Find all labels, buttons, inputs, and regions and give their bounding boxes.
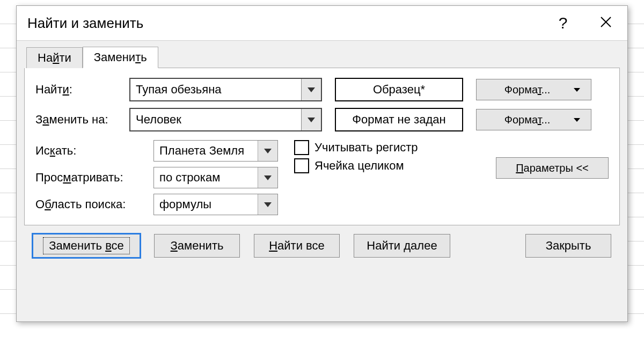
chevron-down-icon xyxy=(264,175,272,180)
match-case-label: Учитывать регистр xyxy=(314,141,418,155)
look-by-select[interactable]: по строкам xyxy=(153,167,278,188)
find-what-input[interactable]: Тупая обезьяна xyxy=(129,78,322,101)
replace-all-label: Заменить все xyxy=(43,237,130,254)
help-button[interactable]: ? xyxy=(541,6,584,40)
checkbox-icon xyxy=(294,140,309,155)
replace-button[interactable]: Заменить xyxy=(154,234,240,258)
help-icon: ? xyxy=(559,14,568,32)
look-by-label: Просматривать: xyxy=(35,171,153,185)
replace-with-dropdown[interactable] xyxy=(301,109,321,130)
search-in-label: Искать: xyxy=(35,144,153,158)
dialog-title: Найти и заменить xyxy=(27,15,143,32)
search-in-dropdown[interactable] xyxy=(258,141,277,161)
look-by-dropdown[interactable] xyxy=(258,167,277,188)
find-what-dropdown[interactable] xyxy=(301,79,321,100)
find-next-button[interactable]: Найти далее xyxy=(354,234,450,258)
options-toggle-label: Параметры << xyxy=(516,162,589,174)
replace-with-value: Человек xyxy=(130,109,301,130)
find-what-value: Тупая обезьяна xyxy=(130,79,301,100)
find-all-button[interactable]: Найти все xyxy=(254,234,340,258)
titlebar: Найти и заменить ? xyxy=(17,6,627,41)
look-in-dropdown[interactable] xyxy=(258,194,277,215)
find-all-label: Найти все xyxy=(269,239,325,253)
replace-button-label: Заменить xyxy=(171,239,224,253)
close-button[interactable] xyxy=(584,6,627,40)
match-case-checkbox[interactable]: Учитывать регистр xyxy=(294,140,609,155)
tab-find[interactable]: Найти xyxy=(26,47,83,68)
find-format-split[interactable] xyxy=(570,79,583,100)
replace-format-split[interactable] xyxy=(570,109,583,130)
tab-replace-label: Заменить xyxy=(94,50,147,64)
chevron-down-icon xyxy=(264,202,272,207)
find-format-button[interactable]: Формат... xyxy=(476,79,591,100)
tab-panel: Найти: Тупая обезьяна Образец* Формат...… xyxy=(24,68,620,225)
whole-cell-label: Ячейка целиком xyxy=(314,159,404,173)
close-dialog-button[interactable]: Закрыть xyxy=(525,234,611,258)
look-in-select[interactable]: формулы xyxy=(153,194,278,215)
search-in-select[interactable]: Планета Земля xyxy=(153,140,278,162)
caret-down-icon xyxy=(574,88,580,92)
replace-format-button-label: Формат... xyxy=(484,114,570,126)
options-toggle-button[interactable]: Параметры << xyxy=(496,157,609,179)
replace-format-button[interactable]: Формат... xyxy=(476,109,591,130)
replace-all-button[interactable]: Заменить все xyxy=(33,234,140,258)
caret-down-icon xyxy=(574,118,580,122)
tab-find-label: Найти xyxy=(38,51,71,64)
tab-replace[interactable]: Заменить xyxy=(83,47,158,68)
close-dialog-label: Закрыть xyxy=(546,239,591,253)
close-icon xyxy=(599,14,612,32)
chevron-down-icon xyxy=(264,149,272,153)
checkbox-icon xyxy=(294,158,309,173)
replace-with-input[interactable]: Человек xyxy=(129,108,322,131)
chevron-down-icon xyxy=(308,87,315,92)
dialog-footer: Заменить все Заменить Найти все Найти да… xyxy=(24,225,620,258)
look-by-value: по строкам xyxy=(154,167,258,188)
tab-row: Найти Заменить xyxy=(26,44,620,68)
find-format-preview: Образец* xyxy=(335,78,463,101)
replace-with-label: Заменить на: xyxy=(35,113,129,127)
replace-format-preview: Формат не задан xyxy=(335,108,463,131)
search-in-value: Планета Земля xyxy=(154,141,258,161)
chevron-down-icon xyxy=(308,118,315,122)
find-format-button-label: Формат... xyxy=(484,84,570,96)
find-what-label: Найти: xyxy=(35,83,129,97)
look-in-label: Область поиска: xyxy=(35,197,153,211)
look-in-value: формулы xyxy=(154,194,258,215)
find-next-label: Найти далее xyxy=(367,239,437,253)
find-replace-dialog: Найти и заменить ? Найти Заменить Найти:… xyxy=(16,5,628,322)
